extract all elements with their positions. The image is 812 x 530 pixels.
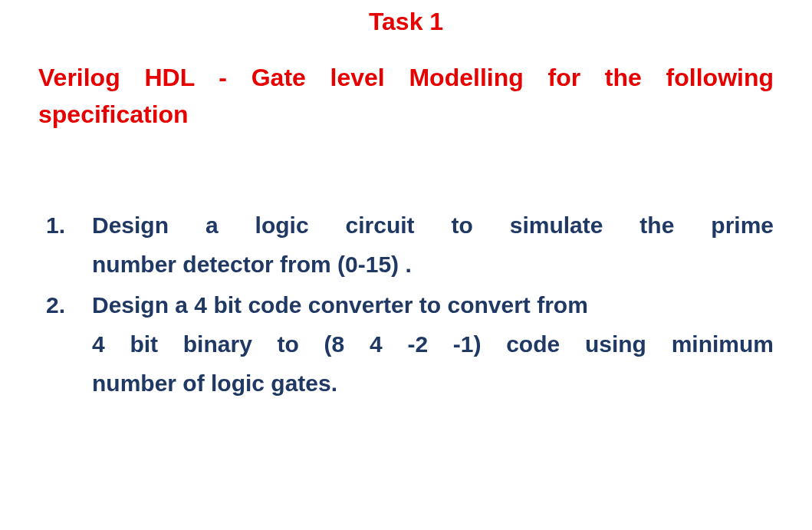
task-list: 1. Design a logic circuit to simulate th… [38, 206, 774, 403]
list-line: Design a 4 bit code converter to convert… [92, 285, 774, 324]
list-line: number detector from (0-15) . [92, 245, 774, 284]
list-line: Design a logic circuit to simulate the p… [92, 206, 774, 245]
task-title: Task 1 [38, 8, 774, 36]
list-number: 1. [38, 206, 92, 284]
list-number: 2. [38, 285, 92, 403]
list-line: 4 bit binary to (8 4 -2 -1) code using m… [92, 324, 774, 364]
list-line: number of logic gates. [92, 364, 774, 403]
task-subtitle: Verilog HDL - Gate level Modelling for t… [38, 59, 774, 133]
list-text: Design a logic circuit to simulate the p… [92, 206, 774, 284]
list-item: 2. Design a 4 bit code converter to conv… [38, 285, 774, 403]
list-text: Design a 4 bit code converter to convert… [92, 285, 774, 403]
list-item: 1. Design a logic circuit to simulate th… [38, 206, 774, 284]
